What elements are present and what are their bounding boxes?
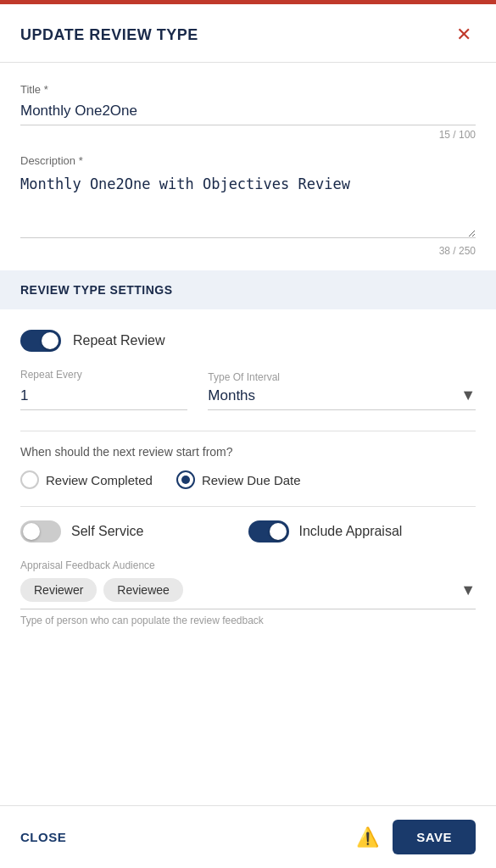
settings-header: REVIEW TYPE SETTINGS	[0, 270, 496, 309]
radio-due-date-dot	[181, 476, 190, 484]
footer-right: ⚠️ SAVE	[356, 820, 476, 854]
save-button[interactable]: SAVE	[393, 820, 476, 854]
radio-completed-circle	[20, 470, 39, 489]
title-field-group: Title * 15 / 100	[20, 83, 476, 141]
chips-hint: Type of person who can populate the revi…	[20, 615, 476, 626]
radio-row: Review Completed Review Due Date	[20, 470, 476, 489]
radio-due-date-circle	[176, 470, 195, 489]
interval-field: Type Of Interval Months ▼	[208, 371, 476, 410]
repeat-every-label: Repeat Every	[20, 369, 187, 381]
toggles-row: Self Service Include Appraisal	[20, 520, 476, 542]
repeat-row: Repeat Every Type Of Interval Months ▼	[20, 369, 476, 410]
title-char-count: 15 / 100	[20, 129, 476, 141]
self-service-toggle[interactable]	[20, 520, 61, 542]
radio-review-completed[interactable]: Review Completed	[20, 470, 153, 489]
warning-icon: ⚠️	[356, 826, 379, 849]
self-service-thumb	[23, 523, 40, 540]
repeat-review-toggle[interactable]	[20, 330, 61, 352]
repeat-review-label: Repeat Review	[73, 333, 165, 348]
modal-header: UPDATE REVIEW TYPE ✕	[0, 4, 496, 63]
form-section: Title * 15 / 100 Description * 38 / 250	[0, 63, 496, 257]
close-button[interactable]: CLOSE	[20, 830, 66, 844]
modal-body: Title * 15 / 100 Description * 38 / 250 …	[0, 63, 496, 805]
modal-footer: CLOSE ⚠️ SAVE	[0, 805, 496, 868]
self-service-col: Self Service	[20, 520, 248, 542]
include-appraisal-thumb	[270, 523, 287, 540]
self-service-label: Self Service	[71, 524, 143, 539]
chip-reviewer[interactable]: Reviewer	[20, 578, 97, 602]
divider-1	[20, 431, 476, 431]
interval-label: Type Of Interval	[208, 371, 476, 383]
repeat-every-field: Repeat Every	[20, 369, 187, 410]
next-review-question: When should the next review start from?	[20, 445, 476, 459]
chips-dropdown-icon: ▼	[460, 581, 476, 599]
interval-select-wrapper[interactable]: Months ▼	[208, 387, 476, 410]
title-input[interactable]	[20, 99, 476, 125]
close-icon[interactable]: ✕	[452, 23, 476, 47]
settings-header-text: REVIEW TYPE SETTINGS	[20, 283, 173, 297]
chip-reviewee[interactable]: Reviewee	[103, 578, 182, 602]
description-label: Description *	[20, 154, 476, 167]
radio-due-date-label: Review Due Date	[202, 473, 301, 487]
title-label: Title *	[20, 83, 476, 96]
repeat-every-input[interactable]	[20, 384, 187, 410]
repeat-review-thumb	[42, 332, 59, 349]
settings-body: Repeat Review Repeat Every Type Of Inter…	[0, 309, 496, 626]
radio-review-due-date[interactable]: Review Due Date	[176, 470, 301, 489]
dropdown-arrow-icon: ▼	[460, 387, 476, 404]
include-appraisal-col: Include Appraisal	[248, 520, 476, 542]
next-review-section: When should the next review start from? …	[20, 445, 476, 489]
appraisal-feedback-label: Appraisal Feedback Audience	[20, 559, 476, 571]
radio-completed-label: Review Completed	[46, 473, 153, 487]
description-field-group: Description * 38 / 250	[20, 154, 476, 257]
description-char-count: 38 / 250	[20, 245, 476, 257]
include-appraisal-toggle[interactable]	[248, 520, 289, 542]
appraisal-feedback-section: Appraisal Feedback Audience Reviewer Rev…	[20, 559, 476, 626]
interval-value: Months	[208, 387, 460, 404]
include-appraisal-label: Include Appraisal	[299, 524, 403, 539]
modal-title: UPDATE REVIEW TYPE	[20, 26, 198, 44]
repeat-review-row: Repeat Review	[20, 330, 476, 352]
chips-row[interactable]: Reviewer Reviewee ▼	[20, 578, 476, 609]
divider-2	[20, 506, 476, 507]
description-input[interactable]	[20, 170, 476, 238]
